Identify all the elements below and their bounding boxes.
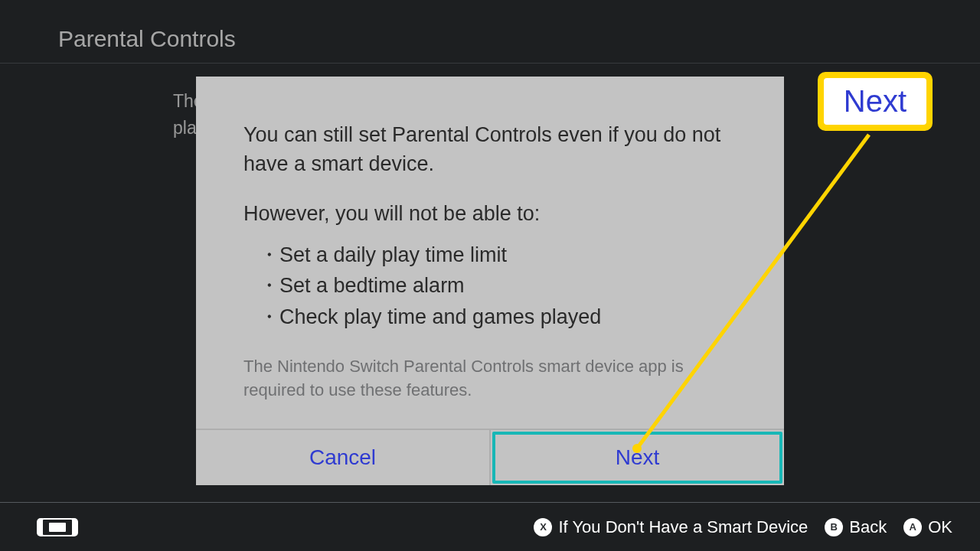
confirmation-dialog: You can still set Parental Controls even… (196, 77, 784, 485)
list-item: Check play time and games played (259, 302, 737, 333)
x-button-icon: X (534, 518, 552, 536)
annotation-callout: Next (818, 72, 933, 131)
list-item: Set a bedtime alarm (259, 270, 737, 302)
x-hint-label: If You Don't Have a Smart Device (558, 517, 808, 537)
page-title: Parental Controls (58, 26, 980, 52)
list-item: Set a daily play time limit (259, 240, 737, 271)
dialog-footnote: The Nintendo Switch Parental Controls sm… (243, 355, 737, 403)
a-button-icon: A (903, 518, 922, 536)
cancel-button[interactable]: Cancel (196, 430, 491, 485)
b-button-icon: B (825, 518, 843, 536)
a-button-hint[interactable]: A OK (903, 517, 952, 537)
page-header: Parental Controls (0, 0, 980, 64)
dialog-button-row: Cancel Next (196, 429, 784, 485)
x-button-hint[interactable]: X If You Don't Have a Smart Device (534, 517, 808, 537)
footer-bar: X If You Don't Have a Smart Device B Bac… (0, 502, 980, 551)
b-hint-label: Back (849, 517, 887, 537)
next-button[interactable]: Next (491, 430, 784, 485)
dialog-paragraph-2: However, you will not be able to: (243, 202, 737, 226)
dialog-limitations-list: Set a daily play time limit Set a bedtim… (243, 240, 737, 333)
controller-indicator (37, 518, 78, 536)
cancel-button-label: Cancel (309, 445, 376, 470)
handheld-controller-icon (37, 518, 78, 536)
next-button-label: Next (616, 445, 660, 470)
footer-hints: X If You Don't Have a Smart Device B Bac… (534, 517, 952, 537)
dialog-paragraph-1: You can still set Parental Controls even… (243, 121, 737, 179)
annotation-callout-box: Next (818, 72, 933, 131)
a-hint-label: OK (928, 517, 952, 537)
bg-line2-left: pla (173, 118, 197, 138)
b-button-hint[interactable]: B Back (825, 517, 887, 537)
annotation-callout-label: Next (824, 78, 926, 125)
dialog-content: You can still set Parental Controls even… (196, 77, 784, 429)
